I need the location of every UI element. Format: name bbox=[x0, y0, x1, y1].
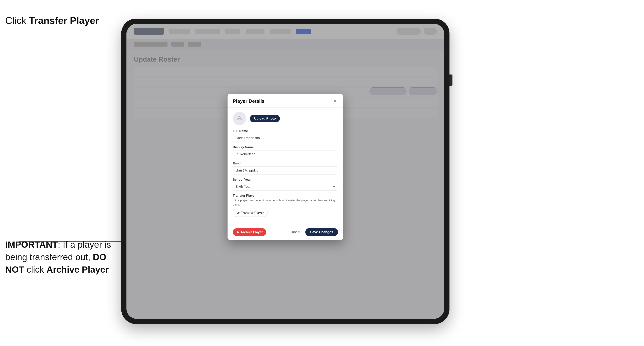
modal-body: Upload Photo Full Name Display Name Emai… bbox=[228, 108, 343, 225]
display-name-group: Display Name bbox=[233, 146, 338, 158]
full-name-label: Full Name bbox=[233, 129, 338, 133]
save-changes-button[interactable]: Save Changes bbox=[305, 228, 338, 236]
tablet-device: Update Roster Player Details × bbox=[121, 19, 450, 324]
photo-section: Upload Photo bbox=[233, 112, 338, 125]
transfer-description: If this player has moved to another scho… bbox=[233, 198, 338, 207]
archive-label: Archive Player bbox=[46, 265, 109, 275]
upload-photo-button[interactable]: Upload Photo bbox=[250, 115, 280, 122]
instruction-bottom: IMPORTANT: If a player is being transfer… bbox=[5, 238, 114, 276]
modal-title: Player Details bbox=[233, 98, 265, 104]
cancel-button[interactable]: Cancel bbox=[287, 228, 303, 236]
avatar bbox=[233, 112, 246, 125]
player-details-modal: Player Details × Upload Photo bbox=[228, 94, 343, 240]
archive-btn-label: Archive Player bbox=[240, 230, 262, 234]
transfer-btn-label: Transfer Player bbox=[241, 211, 264, 215]
instruction-top: Click Transfer Player bbox=[5, 15, 99, 26]
school-year-select[interactable]: Sixth Year Fifth Year Fourth Year Third … bbox=[233, 183, 338, 190]
email-input[interactable] bbox=[233, 167, 338, 174]
display-name-input[interactable] bbox=[233, 150, 338, 158]
tablet-side-button bbox=[450, 74, 452, 86]
archive-player-button[interactable]: ⬇ Archive Player bbox=[233, 228, 266, 236]
email-group: Email bbox=[233, 162, 338, 174]
display-name-label: Display Name bbox=[233, 146, 338, 149]
transfer-icon: ⟳ bbox=[237, 211, 240, 215]
footer-right-buttons: Cancel Save Changes bbox=[287, 228, 338, 236]
instruction-bold: Transfer Player bbox=[29, 15, 99, 26]
modal-footer: ⬇ Archive Player Cancel Save Changes bbox=[228, 225, 343, 240]
archive-icon: ⬇ bbox=[236, 230, 239, 234]
transfer-player-button[interactable]: ⟳ Transfer Player bbox=[233, 209, 268, 217]
transfer-section-label: Transfer Player bbox=[233, 194, 338, 197]
school-year-group: School Year Sixth Year Fifth Year Fourth… bbox=[233, 178, 338, 190]
email-label: Email bbox=[233, 162, 338, 165]
tablet-screen: Update Roster Player Details × bbox=[126, 24, 444, 319]
annotation-line-vertical bbox=[19, 32, 20, 242]
important-label: IMPORTANT bbox=[5, 240, 58, 250]
full-name-input[interactable] bbox=[233, 134, 338, 142]
modal-header: Player Details × bbox=[228, 94, 343, 108]
modal-close-button[interactable]: × bbox=[332, 98, 338, 104]
transfer-section: Transfer Player If this player has moved… bbox=[233, 194, 338, 217]
school-year-label: School Year bbox=[233, 178, 338, 181]
full-name-group: Full Name bbox=[233, 129, 338, 142]
instruction-prefix: Click bbox=[5, 15, 29, 26]
